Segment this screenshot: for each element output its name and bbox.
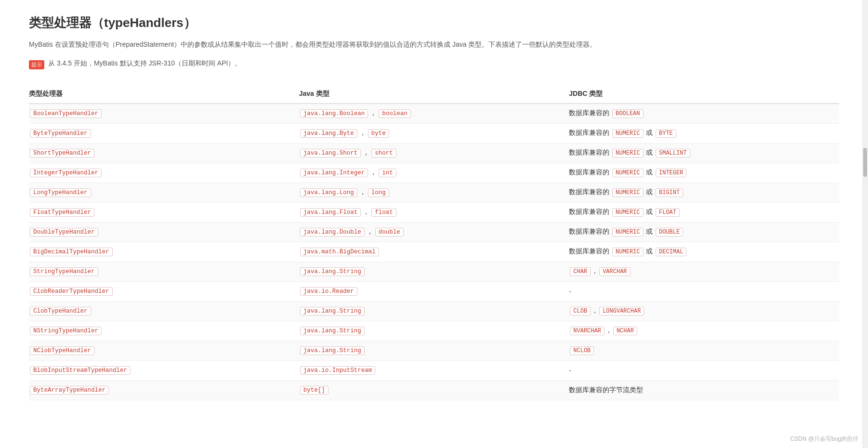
table-row: FloatTypeHandlerjava.lang.Float，float数据库… [29,202,839,222]
java-type-cell: java.lang.Short，short [299,143,569,163]
java-type: short [371,149,396,158]
java-type-cell: java.io.Reader [299,281,569,301]
java-type: java.lang.String [300,267,365,276]
page-title: 类型处理器（typeHandlers） [29,14,839,31]
handler-cell: IntegerTypeHandler [29,163,299,183]
table-row: NStringTypeHandlerjava.lang.StringNVARCH… [29,321,839,341]
handler-cell: BlobInputStreamTypeHandler [29,360,299,380]
col-header-handler: 类型处理器 [29,85,299,104]
java-type: java.lang.Short [300,149,361,158]
tip-badge: 提示 [29,60,44,69]
handler-cell: LongTypeHandler [29,183,299,202]
handler-cell: ClobTypeHandler [29,301,299,321]
scrollbar-area[interactable] [862,0,868,448]
table-row: ByteTypeHandlerjava.lang.Byte，byte数据库兼容的… [29,123,839,143]
footer-watermark: CSDN @只会写bug的煎仔 [790,435,858,443]
table-row: ClobReaderTypeHandlerjava.io.Reader- [29,281,839,301]
jdbc-code: BIGINT [656,188,683,197]
jdbc-cell: 数据库兼容的 NUMERIC 或 INTEGER [569,163,839,183]
jdbc-code: VARCHAR [599,267,630,276]
jdbc-cell: 数据库兼容的字节流类型 [569,380,839,400]
handler-name: NClobTypeHandler [30,346,94,355]
jdbc-code: CHAR [570,267,591,276]
table-row: StringTypeHandlerjava.lang.StringCHAR，VA… [29,262,839,281]
handler-name: NStringTypeHandler [30,327,102,335]
table-row: IntegerTypeHandlerjava.lang.Integer，int数… [29,163,839,183]
handler-cell: NStringTypeHandler [29,321,299,341]
java-type: java.lang.Integer [300,169,368,177]
handler-cell: BigDecimalTypeHandler [29,242,299,262]
jdbc-cell: 数据库兼容的 NUMERIC 或 DECIMAL [569,242,839,262]
jdbc-cell: 数据库兼容的 NUMERIC 或 FLOAT [569,202,839,222]
type-handlers-table: 类型处理器 Java 类型 JDBC 类型 BooleanTypeHandler… [29,85,839,400]
java-type-cell: java.lang.String [299,301,569,321]
jdbc-cell: - [569,360,839,380]
table-row: ShortTypeHandlerjava.lang.Short，short数据库… [29,143,839,163]
jdbc-code: DECIMAL [656,248,686,256]
jdbc-cell: 数据库兼容的 NUMERIC 或 DOUBLE [569,222,839,242]
table-row: DoubleTypeHandlerjava.lang.Double，double… [29,222,839,242]
col-header-java: Java 类型 [299,85,569,104]
description: MyBatis 在设置预处理语句（PreparedStatement）中的参数或… [29,39,607,51]
jdbc-code: NVARCHAR [570,327,605,335]
handler-name: BooleanTypeHandler [30,109,102,118]
handler-name: ClobTypeHandler [30,307,91,316]
java-type-cell: java.lang.Byte，byte [299,123,569,143]
java-type: java.lang.Boolean [300,109,368,118]
jdbc-code: NUMERIC [612,228,643,237]
handler-cell: ByteArrayTypeHandler [29,380,299,400]
java-type: java.lang.String [300,307,365,316]
java-type-cell: java.io.InputStream [299,360,569,380]
handler-cell: BooleanTypeHandler [29,104,299,124]
handler-name: DoubleTypeHandler [30,228,98,237]
table-row: BigDecimalTypeHandlerjava.math.BigDecima… [29,242,839,262]
table-row: ClobTypeHandlerjava.lang.StringCLOB，LONG… [29,301,839,321]
handler-name: ClobReaderTypeHandler [30,287,113,296]
java-type-cell: java.lang.String [299,321,569,341]
java-type-cell: java.lang.Long，long [299,183,569,202]
jdbc-cell: - [569,281,839,301]
java-type: java.io.Reader [300,287,357,296]
jdbc-code: NUMERIC [612,129,643,138]
java-type: long [368,188,389,197]
handler-name: LongTypeHandler [30,188,91,197]
java-type-cell: java.math.BigDecimal [299,242,569,262]
java-type: java.lang.String [300,327,365,335]
handler-name: FloatTypeHandler [30,208,94,217]
jdbc-code: NUMERIC [612,248,643,256]
java-type-cell: java.lang.Double，double [299,222,569,242]
jdbc-cell: 数据库兼容的 NUMERIC 或 BIGINT [569,183,839,202]
table-header-row: 类型处理器 Java 类型 JDBC 类型 [29,85,839,104]
java-type: double [375,228,404,237]
java-type: byte [368,129,389,138]
handler-name: IntegerTypeHandler [30,169,102,177]
table-row: NClobTypeHandlerjava.lang.StringNCLOB [29,341,839,360]
java-type: float [371,208,396,217]
handler-name: StringTypeHandler [30,267,98,276]
jdbc-code: NUMERIC [612,169,643,177]
java-type-cell: java.lang.Integer，int [299,163,569,183]
jdbc-cell: 数据库兼容的 NUMERIC 或 SMALLINT [569,143,839,163]
java-type: int [379,169,396,177]
handler-cell: DoubleTypeHandler [29,222,299,242]
jdbc-cell: CLOB，LONGVARCHAR [569,301,839,321]
java-type: java.lang.String [300,346,365,355]
jdbc-code: NUMERIC [612,188,643,197]
handler-name: ByteTypeHandler [30,129,91,138]
handler-name: ByteArrayTypeHandler [30,386,109,395]
jdbc-code: BOOLEAN [612,109,643,118]
handler-name: BlobInputStreamTypeHandler [30,366,131,375]
java-type: java.math.BigDecimal [300,248,379,256]
tip-box: 提示 从 3.4.5 开始，MyBatis 默认支持 JSR-310（日期和时间… [29,59,241,69]
handler-cell: ByteTypeHandler [29,123,299,143]
jdbc-code: CLOB [570,307,591,316]
table-row: LongTypeHandlerjava.lang.Long，long数据库兼容的… [29,183,839,202]
handler-cell: ShortTypeHandler [29,143,299,163]
scrollbar-thumb[interactable] [863,148,867,177]
jdbc-cell: NVARCHAR，NCHAR [569,321,839,341]
handler-name: BigDecimalTypeHandler [30,248,113,256]
java-type: java.io.InputStream [300,366,376,375]
page-wrapper: 类型处理器（typeHandlers） MyBatis 在设置预处理语句（Pre… [0,0,868,448]
jdbc-code: NCHAR [613,327,637,335]
jdbc-code: BYTE [656,129,676,138]
